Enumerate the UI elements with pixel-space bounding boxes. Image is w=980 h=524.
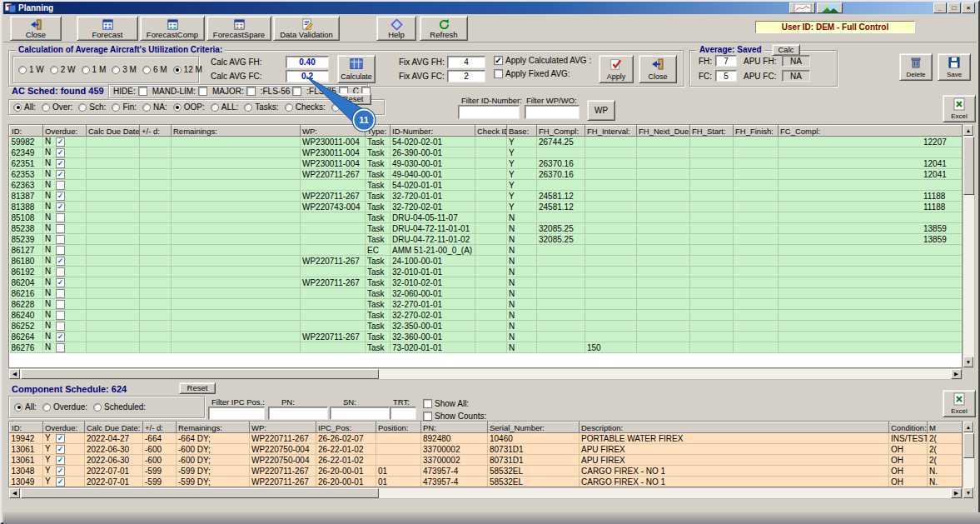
title-bar[interactable]: Planning _ □ × xyxy=(3,2,977,14)
fc-field[interactable]: 5 xyxy=(715,70,737,82)
table-row[interactable]: 19942Y✓2022-04-27-664-664 DY;WP220711-26… xyxy=(10,433,963,444)
ac-excel-button[interactable]: Excel xyxy=(943,95,976,122)
unchecked-checkbox-icon[interactable] xyxy=(56,213,65,222)
column-header-overdue[interactable]: Overdue: xyxy=(43,126,87,137)
table-row[interactable]: 13061Y✓2022-06-30-600-600 DY;WP220750-00… xyxy=(10,444,963,455)
criteria-close-button[interactable]: Close xyxy=(639,55,677,83)
radio-1-w[interactable]: 1 W xyxy=(18,65,44,74)
radio-all[interactable]: All: xyxy=(13,102,36,112)
component-reset-button[interactable]: Reset xyxy=(179,382,216,394)
checkbox-mand-lim[interactable]: MAND-LIM: xyxy=(152,87,207,96)
table-row[interactable]: 85108NTaskDRU-04-05-11-07N xyxy=(10,212,963,223)
table-row[interactable]: 86127NECAMM 51-21-00_0_(A)N xyxy=(10,245,963,256)
calc-avg-fh-field[interactable]: 0.40 xyxy=(286,56,329,68)
checkbox-apply-fixed-avg[interactable]: Apply Fixed AVG: xyxy=(494,69,591,78)
component-excel-button[interactable]: Excel xyxy=(943,390,976,417)
delete-button[interactable]: Delete xyxy=(899,53,933,81)
checked-checkbox-icon[interactable]: ✓ xyxy=(56,170,65,179)
radio-tasks[interactable]: Tasks: xyxy=(244,102,278,112)
radio-overdue[interactable]: Overdue: xyxy=(42,402,87,412)
toolbar-forecastspare-button[interactable]: ForecastSpare xyxy=(206,16,271,41)
table-row[interactable]: 86240NTask32-270-02-01N xyxy=(10,310,963,321)
filter-wp-wo-input[interactable] xyxy=(525,105,580,119)
scroll-down-button[interactable]: ▼ xyxy=(963,487,973,498)
checked-checkbox-icon[interactable]: ✓ xyxy=(56,434,65,443)
column-header-base[interactable]: Base: xyxy=(507,126,537,137)
scrollbar-thumb[interactable] xyxy=(963,433,974,458)
table-row[interactable]: 85238NTaskDRU-04-72-11-01-01N32085.25138… xyxy=(10,223,963,234)
toolbar-close-button[interactable]: Close xyxy=(10,16,62,41)
checked-checkbox-icon[interactable]: ✓ xyxy=(56,477,65,487)
scroll-up-button[interactable]: ▲ xyxy=(963,125,973,136)
table-row[interactable]: 86264N✓WP220711-267Task32-360-00-01N xyxy=(10,332,963,342)
checked-checkbox-icon[interactable]: ✓ xyxy=(56,257,65,266)
column-header-fh-start[interactable]: FH_Start: xyxy=(690,126,734,137)
column-header-d[interactable]: +/- d: xyxy=(140,126,172,137)
image-icon-button[interactable] xyxy=(817,2,843,13)
minimize-button[interactable]: _ xyxy=(933,2,947,13)
column-header-wp[interactable]: WP: xyxy=(301,126,366,137)
close-window-button[interactable]: × xyxy=(962,2,975,13)
ac-reset-button[interactable]: Reset xyxy=(335,93,371,105)
checked-checkbox-icon[interactable]: ✓ xyxy=(56,137,65,147)
apu-fc-field[interactable]: NA xyxy=(782,70,810,82)
pn-input[interactable] xyxy=(268,407,328,420)
column-header-check-id[interactable]: Check ID: xyxy=(475,126,507,137)
column-header-description[interactable]: Description: xyxy=(580,422,889,433)
scroll-right-button[interactable]: ▶ xyxy=(951,369,962,379)
checked-checkbox-icon[interactable]: ✓ xyxy=(56,148,65,157)
radio-fin[interactable]: Fin: xyxy=(112,102,137,112)
table-row[interactable]: 13048Y✓2022-07-01-599-599 DY;WP220711-26… xyxy=(10,466,963,477)
fix-avg-fh-field[interactable]: 4 xyxy=(447,56,485,68)
column-header-wp[interactable]: WP: xyxy=(250,422,316,433)
column-header-serial-number[interactable]: Serial_Number: xyxy=(488,422,580,433)
radio-2-w[interactable]: 2 W xyxy=(50,65,76,74)
column-header-position[interactable]: Position: xyxy=(376,422,421,433)
checkbox-hide[interactable]: HIDE: xyxy=(113,87,147,96)
toolbar-refresh-button[interactable]: Refresh xyxy=(420,16,468,41)
column-header-remainings[interactable]: Remainings: xyxy=(177,422,250,433)
radio-all[interactable]: All: xyxy=(14,402,37,412)
fix-avg-fc-field[interactable]: 2 xyxy=(447,70,485,82)
scroll-left-button[interactable]: ◀ xyxy=(9,488,20,498)
table-row[interactable]: 62351N✓WP230011-004Task49-030-00-01Y2637… xyxy=(10,158,963,169)
filter-ipc-pos-input[interactable] xyxy=(208,407,265,420)
table-row[interactable]: 86192NTask32-010-01-01N xyxy=(10,267,963,277)
checked-checkbox-icon[interactable]: ✓ xyxy=(56,456,65,465)
scroll-right-button[interactable]: ▶ xyxy=(951,488,962,498)
radio-sch[interactable]: Sch: xyxy=(78,102,106,112)
trt-input[interactable] xyxy=(390,407,416,420)
toolbar-forecastcomp-button[interactable]: ForecastComp xyxy=(140,16,205,41)
unchecked-checkbox-icon[interactable] xyxy=(56,224,65,233)
radio-checks[interactable]: Checks: xyxy=(285,102,326,112)
column-header-id[interactable]: ID: xyxy=(10,126,43,137)
table-row[interactable]: 81387N✓WP220711-267Task32-720-01-01Y2458… xyxy=(10,191,963,202)
checked-checkbox-icon[interactable]: ✓ xyxy=(56,467,65,476)
scroll-up-button[interactable]: ▲ xyxy=(963,422,973,432)
unchecked-checkbox-icon[interactable] xyxy=(56,289,65,298)
table-row[interactable]: 85239NTaskDRU-04-72-11-01-02N32085.25138… xyxy=(10,234,963,245)
filter-id-number-input[interactable] xyxy=(458,105,520,119)
calculate-button[interactable]: Calculate xyxy=(337,55,376,83)
scrollbar-thumb[interactable] xyxy=(21,369,379,379)
table-row[interactable]: 86228NTask32-270-01-01N xyxy=(10,299,963,310)
checked-checkbox-icon[interactable]: ✓ xyxy=(56,159,65,168)
wp-button[interactable]: WP xyxy=(587,100,615,121)
toolbar-data-validation-button[interactable]: Data Validation xyxy=(273,16,340,41)
column-header-condition[interactable]: Condition: xyxy=(889,422,928,433)
column-header-type[interactable]: Type: xyxy=(366,126,391,137)
table-row[interactable]: 81388N✓WP220743-004Task32-720-02-01Y2458… xyxy=(10,202,963,212)
checked-checkbox-icon[interactable]: ✓ xyxy=(56,202,65,212)
calc-avg-fc-field[interactable]: 0.2 xyxy=(286,70,329,82)
unchecked-checkbox-icon[interactable] xyxy=(56,267,65,277)
table-row[interactable]: 13049Y✓2022-07-01-599-599 DY;WP220711-26… xyxy=(10,477,963,487)
radio-12-m[interactable]: 12 M xyxy=(173,65,202,74)
checked-checkbox-icon[interactable]: ✓ xyxy=(56,192,65,201)
table-row[interactable]: 86204N✓WP220711-267Task32-010-02-01N xyxy=(10,277,963,288)
checked-checkbox-icon[interactable]: ✓ xyxy=(56,332,65,342)
column-header-ipc-pos[interactable]: IPC_Pos: xyxy=(316,422,376,433)
unchecked-checkbox-icon[interactable] xyxy=(56,343,65,352)
radio-oop[interactable]: OOP: xyxy=(173,102,205,112)
column-header-fh-finish[interactable]: FH_Finish: xyxy=(734,126,779,137)
checkbox-apply-calculated-avg[interactable]: ✓Apply Calculated AVG : xyxy=(494,56,591,65)
